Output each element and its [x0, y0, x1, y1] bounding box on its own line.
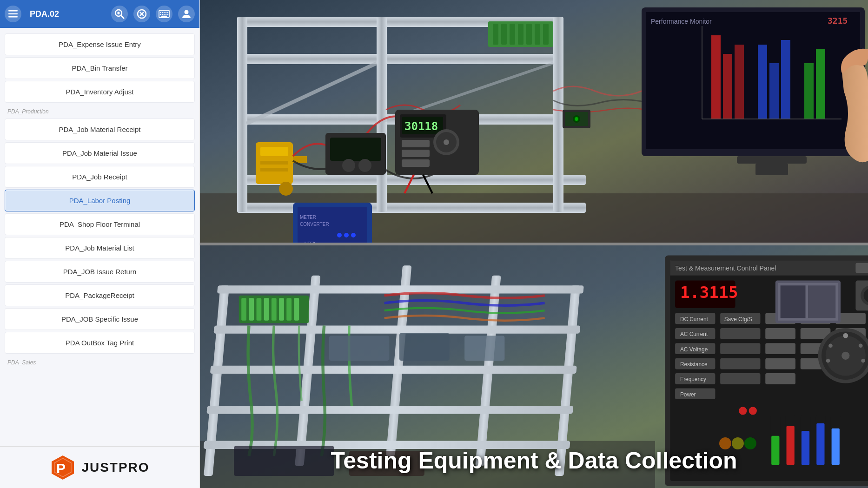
svg-rect-76 [804, 63, 814, 119]
svg-rect-112 [264, 298, 269, 321]
svg-rect-145 [765, 343, 795, 354]
svg-rect-65 [330, 138, 381, 161]
svg-rect-103 [217, 285, 584, 293]
svg-rect-113 [272, 298, 277, 321]
section-sales-label: PDA_Sales [0, 356, 199, 368]
menu-item-bin-transfer[interactable]: PDA_Bin Transfer [5, 57, 195, 79]
svg-rect-150 [720, 358, 760, 369]
svg-rect-109 [241, 298, 246, 321]
svg-rect-32 [237, 203, 586, 213]
svg-text:1.3115: 1.3115 [680, 283, 738, 302]
svg-rect-47 [510, 24, 515, 45]
svg-text:Frequency: Frequency [680, 376, 706, 382]
keyboard-icon[interactable] [156, 6, 172, 22]
menu-item-job-specific-issue[interactable]: PDA_JOB Specific Issue [5, 308, 195, 330]
svg-point-164 [859, 343, 863, 348]
menu-item-job-material-receipt[interactable]: PDA_Job Material Receipt [5, 119, 195, 140]
svg-rect-77 [816, 49, 825, 119]
menu-item-inventory-adjust[interactable]: PDA_Inventory Adjust [5, 81, 195, 103]
svg-text:Performance Monitor: Performance Monitor [651, 18, 712, 25]
svg-rect-71 [723, 54, 732, 119]
menu-item-package-receipt[interactable]: PDA_PackageReceipt [5, 284, 195, 306]
menu-item-expense-issue-entry[interactable]: PDA_Expense Issue Entry [5, 33, 195, 55]
menu-item-outbox-tag-print[interactable]: PDA OutBox Tag Print [5, 332, 195, 354]
svg-text:DC Current: DC Current [680, 316, 709, 323]
svg-rect-60 [402, 150, 430, 157]
menu-item-job-material-issue[interactable]: PDA_Job Material Issue [5, 142, 195, 164]
menu-item-job-material-list[interactable]: PDA_Job Material List [5, 237, 195, 259]
svg-rect-190 [781, 285, 806, 318]
svg-rect-1 [8, 13, 18, 15]
content-panel: 30118 [200, 0, 868, 488]
section-production-label: PDA_Production [0, 105, 199, 117]
top-image-panel: 30118 [200, 0, 868, 243]
logo-text: JUSTPRO [81, 460, 149, 475]
top-scene-svg: 30118 [200, 0, 868, 243]
svg-text:CONVERTER: CONVERTER [300, 222, 329, 227]
sidebar: PDA.02 [0, 0, 200, 488]
svg-rect-70 [711, 35, 721, 119]
svg-rect-29 [237, 54, 563, 64]
svg-rect-144 [720, 343, 760, 354]
svg-rect-40 [260, 161, 288, 165]
svg-rect-41 [260, 168, 288, 171]
svg-rect-119 [464, 336, 504, 361]
svg-rect-49 [526, 24, 532, 45]
svg-rect-126 [855, 263, 868, 273]
svg-rect-61 [402, 159, 430, 167]
svg-rect-114 [279, 298, 284, 321]
svg-rect-39 [260, 147, 288, 156]
svg-rect-45 [493, 24, 498, 45]
svg-rect-104 [213, 326, 580, 334]
svg-text:Resistance: Resistance [680, 361, 708, 368]
zoom-icon[interactable] [111, 6, 128, 22]
menu-item-labor-posting[interactable]: PDA_Labor Posting [5, 190, 195, 211]
back-icon[interactable] [133, 6, 150, 22]
menu-item-job-receipt[interactable]: PDA_Job Receipt [5, 166, 195, 188]
svg-point-163 [843, 333, 848, 338]
svg-rect-116 [294, 298, 299, 321]
svg-rect-156 [720, 373, 760, 384]
app-title: PDA.02 [30, 9, 106, 19]
svg-rect-33 [237, 17, 247, 212]
menu-icon[interactable] [5, 6, 21, 22]
svg-point-93 [344, 233, 349, 237]
svg-rect-106 [206, 406, 573, 414]
justpro-logo-icon: P [50, 455, 76, 481]
svg-rect-59 [402, 140, 430, 147]
svg-text:Save Cfg/S: Save Cfg/S [724, 316, 752, 323]
svg-text:UTEK: UTEK [305, 241, 316, 243]
svg-rect-82 [737, 156, 807, 164]
topbar: PDA.02 [0, 0, 199, 28]
svg-text:Power: Power [680, 391, 696, 398]
svg-rect-105 [210, 366, 577, 374]
svg-rect-2 [8, 16, 18, 18]
svg-text:AC Current: AC Current [680, 331, 708, 337]
menu-item-job-issue-return[interactable]: PDA_JOB Issue Return [5, 261, 195, 283]
svg-text:Test & Measurement Control Pan: Test & Measurement Control Panel [675, 264, 776, 272]
bottom-caption: Testing Equipment & Data Collection [200, 447, 868, 474]
svg-rect-72 [735, 45, 744, 119]
svg-rect-74 [769, 63, 779, 119]
svg-rect-151 [765, 358, 795, 369]
svg-rect-35 [553, 17, 563, 212]
svg-point-94 [351, 233, 356, 237]
svg-rect-157 [765, 373, 795, 384]
svg-rect-69 [646, 12, 860, 149]
menu-item-shop-floor-terminal[interactable]: PDA_Shop Floor Terminal [5, 213, 195, 235]
svg-rect-118 [399, 333, 450, 361]
svg-point-58 [444, 139, 449, 145]
svg-rect-50 [535, 24, 540, 45]
svg-rect-51 [543, 24, 549, 45]
svg-point-22 [185, 10, 189, 14]
svg-rect-110 [249, 298, 254, 321]
svg-point-167 [826, 359, 830, 363]
svg-point-66 [342, 159, 355, 172]
svg-rect-115 [286, 298, 292, 321]
user-icon[interactable] [178, 6, 195, 22]
svg-point-67 [358, 159, 371, 172]
svg-point-170 [749, 407, 757, 415]
logo-area: P JUSTPRO [0, 446, 199, 488]
svg-point-87 [575, 117, 578, 121]
svg-rect-34 [377, 17, 387, 212]
